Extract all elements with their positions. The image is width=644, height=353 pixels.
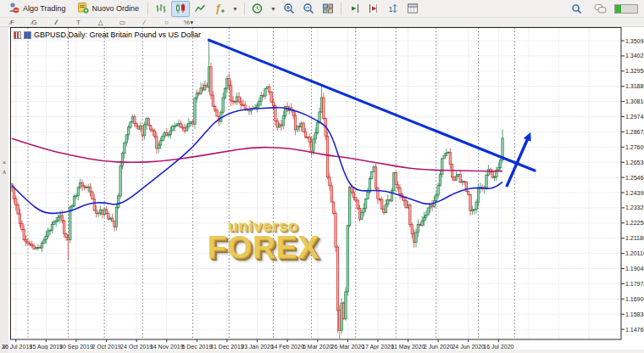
price-axis-label: 1.19040 bbox=[625, 266, 644, 272]
date-axis-label: 14 Nov 2019 bbox=[150, 344, 184, 350]
price-axis-label: 1.14760 bbox=[625, 327, 644, 333]
price-axis-label: 1.27600 bbox=[625, 144, 644, 150]
price-axis-label: 1.35090 bbox=[625, 38, 644, 44]
price-axis-label: 1.21180 bbox=[625, 235, 644, 241]
date-axis-label: 23 Jan 2020 bbox=[241, 344, 274, 350]
price-axis-label: 1.17970 bbox=[625, 281, 644, 287]
price-axis-label: 1.30810 bbox=[625, 98, 644, 104]
price-axis[interactable]: 1.350901.340201.329501.318801.308101.297… bbox=[621, 38, 644, 333]
price-axis-label: 1.24390 bbox=[625, 190, 644, 196]
price-axis-label: 1.23320 bbox=[625, 205, 644, 210]
price-axis-label: 1.22250 bbox=[625, 220, 644, 226]
candles-layer bbox=[11, 40, 503, 339]
date-axis-label: 2 Oct 2019 bbox=[92, 344, 120, 350]
price-axis-label: 1.25460 bbox=[625, 175, 644, 181]
date-axis-label: 26 Mar 2020 bbox=[331, 344, 364, 350]
price-axis-label: 1.31880 bbox=[625, 83, 644, 89]
date-axis-label: 31 Dec 2019 bbox=[210, 344, 244, 350]
plot-border bbox=[11, 28, 622, 340]
chart-title-bar: GBPUSD,Daily: Great Britain Pound vs US … bbox=[14, 31, 201, 39]
price-axis-label: 1.29740 bbox=[625, 114, 644, 120]
price-axis-label: 1.32950 bbox=[625, 68, 644, 74]
chart-indicator-icon bbox=[24, 31, 31, 39]
price-axis-label: 1.15830 bbox=[625, 311, 644, 317]
date-axis-label: 6 Mar 2020 bbox=[303, 344, 333, 350]
bottom-strip bbox=[8, 350, 644, 353]
date-axis-label: 16 Jul 2020 bbox=[483, 344, 514, 350]
price-axis-label: 1.20110 bbox=[625, 250, 644, 256]
date-axis-label: 5 Dec 2019 bbox=[181, 344, 212, 350]
date-axis-label: 24 Jun 2020 bbox=[452, 344, 485, 350]
price-axis-label: 1.26530 bbox=[625, 160, 644, 165]
price-axis-label: 1.34020 bbox=[625, 53, 644, 59]
date-axis-label: 24 Oct 2019 bbox=[120, 344, 153, 350]
chart-canvas[interactable]: 26 Jul 201915 Aug 201910 Sep 20192 Oct 2… bbox=[0, 0, 644, 353]
price-axis-label: 1.16900 bbox=[625, 296, 644, 302]
date-axis-label: 14 Feb 2020 bbox=[270, 344, 303, 350]
grid-layer bbox=[11, 28, 622, 340]
price-axis-label: 1.28670 bbox=[625, 129, 644, 135]
date-axis-label: 2 Jun 2020 bbox=[424, 344, 453, 350]
application-window: Algo Trading Nuovo Ordine ƒ ▼ ▼ 1 ∕F∕G∕∕… bbox=[0, 0, 644, 353]
date-axis-label: 26 Jul 2019 bbox=[2, 344, 32, 350]
chart-title: GBPUSD,Daily: Great Britain Pound vs US … bbox=[34, 31, 201, 39]
chart-symbol-icon bbox=[14, 31, 21, 39]
